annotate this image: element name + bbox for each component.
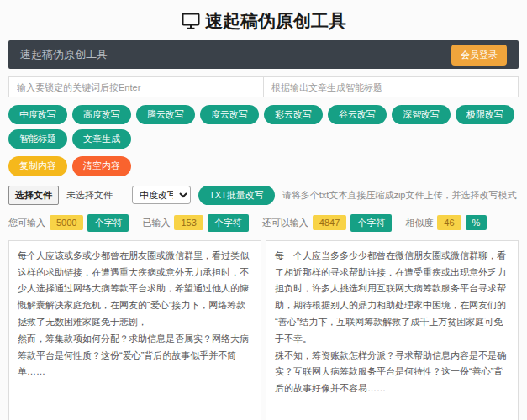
- clear-content-button[interactable]: 清空内容: [72, 156, 131, 176]
- navbar: 速起稿伪原创工具 会员登录: [8, 40, 519, 69]
- txt-batch-rewrite-button[interactable]: TXT批量改写: [198, 186, 275, 205]
- rewrite-shenzhi-button[interactable]: 深智改写: [392, 105, 451, 124]
- top-inputs-row: [8, 76, 519, 97]
- no-file-selected-text: 未选择文件: [66, 189, 113, 202]
- stat-label: 您可输入: [8, 217, 45, 229]
- stat-unit-badge: %: [466, 215, 487, 230]
- rewrite-buttons-row: 中度改写 高度改写 腾云改写 度云改写 彩云改写 谷云改写 深智改写 极限改写 …: [8, 105, 519, 149]
- rewrite-high-button[interactable]: 高度改写: [72, 105, 131, 124]
- rewrite-mode-select[interactable]: 中度改写: [132, 186, 191, 204]
- rewrite-extreme-button[interactable]: 极限改写: [456, 105, 514, 124]
- rewrite-medium-button[interactable]: 中度改写: [8, 105, 67, 124]
- file-upload-row: 选择文件 未选择文件 中度改写 TXT批量改写 请将多个txt文本直接压缩成zi…: [8, 186, 519, 205]
- content-actions-row: 复制内容 清空内容: [8, 156, 519, 176]
- stat-value-badge: 153: [174, 215, 203, 230]
- source-text-area[interactable]: 每个人应该或多或少都曾在朋友圈或微信群里，看过类似这样的求助链接，在遭遇重大疾病…: [8, 240, 261, 420]
- stat-max-input: 您可输入 5000 个字符: [8, 214, 129, 232]
- member-login-button[interactable]: 会员登录: [451, 45, 507, 66]
- stat-value-badge: 46: [437, 215, 461, 230]
- stat-value-badge: 5000: [50, 215, 83, 230]
- page-title-text: 速起稿伪原创工具: [205, 9, 346, 33]
- article-generate-button[interactable]: 文章生成: [72, 129, 131, 149]
- stat-remaining: 还可以输入 4847 个字符: [262, 214, 392, 232]
- navbar-brand: 速起稿伪原创工具: [20, 47, 108, 62]
- stat-label: 还可以输入: [262, 217, 308, 229]
- stat-unit-badge: 个字符: [208, 214, 249, 232]
- copy-content-button[interactable]: 复制内容: [8, 156, 67, 176]
- rewrite-guyun-button[interactable]: 谷云改写: [328, 105, 387, 124]
- monitor-icon: [181, 11, 201, 31]
- editors-row: 每个人应该或多或少都曾在朋友圈或微信群里，看过类似这样的求助链接，在遭遇重大疾病…: [8, 240, 519, 420]
- result-text-area[interactable]: 每一个人应当多多少少都曾在微信朋友圈或微信群聊，看了相近那样的寻求帮助连接，在遭…: [266, 240, 519, 420]
- char-stats-row: 您可输入 5000 个字符 已输入 153 个字符 还可以输入 4847 个字符…: [8, 214, 519, 232]
- smart-title-button[interactable]: 智能标题: [8, 129, 67, 149]
- keyword-lock-input[interactable]: [8, 76, 264, 97]
- stat-unit-badge: 个字符: [350, 214, 392, 232]
- choose-file-button[interactable]: 选择文件: [8, 186, 59, 205]
- rewrite-duyun-button[interactable]: 度云改写: [200, 105, 259, 124]
- upload-hint-text: 请将多个txt文本直接压缩成zip文件上传，并选择改写模式: [282, 189, 517, 202]
- smart-title-input[interactable]: [264, 76, 519, 97]
- stat-entered: 已输入 153 个字符: [142, 214, 248, 232]
- stat-label: 已输入: [142, 217, 170, 229]
- stat-value-badge: 4847: [313, 215, 346, 230]
- stat-label: 相似度: [405, 217, 433, 229]
- rewrite-caiyun-button[interactable]: 彩云改写: [264, 105, 323, 124]
- page-title: 速起稿伪原创工具: [0, 0, 527, 40]
- stat-similarity: 相似度 46 %: [405, 215, 487, 230]
- stat-unit-badge: 个字符: [87, 214, 129, 232]
- rewrite-tengyun-button[interactable]: 腾云改写: [136, 105, 195, 124]
